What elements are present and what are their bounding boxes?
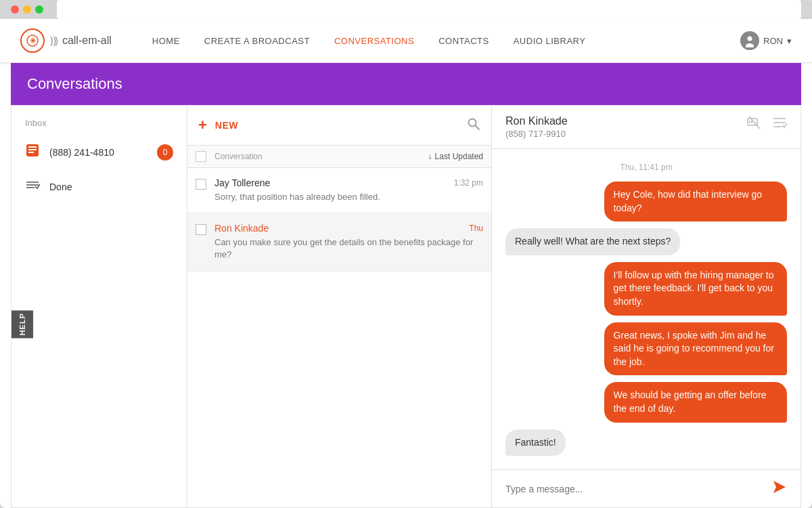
svg-line-13 [476, 125, 480, 129]
message-input-area [492, 469, 800, 507]
messages-area: Thu, 11:41 pm Hey Cole, how did that int… [492, 149, 800, 469]
conv-row-checkbox-ron[interactable] [196, 223, 215, 235]
sidebar: Inbox (888) 241-4810 0 [12, 106, 187, 507]
conv-name-jay: Jay Tollerene [215, 177, 270, 188]
msg-row-1: Hey Cole, how did that interview go toda… [505, 182, 787, 221]
msg-bubble-5: We should be getting an offer before the… [604, 382, 787, 422]
columns-area: Inbox (888) 241-4810 0 [11, 105, 801, 508]
browser-chrome [0, 0, 812, 19]
conv-row-checkbox-jay[interactable] [196, 177, 215, 190]
nav-create-broadcast[interactable]: CREATE A BROADCAST [204, 36, 310, 46]
conv-row-ron[interactable]: Ron Kinkade Thu Can you make sure you ge… [187, 213, 491, 271]
top-nav: ✳ ) )) call-em-all HOME CREATE A BROADCA… [0, 19, 812, 63]
svg-rect-6 [28, 146, 37, 148]
conv-body-ron: Ron Kinkade Thu Can you make sure you ge… [215, 223, 483, 261]
nav-home[interactable]: HOME [152, 36, 180, 46]
browser-dot-green [35, 5, 43, 14]
inbox-label: Inbox [12, 106, 187, 135]
sidebar-item-done[interactable]: Done [12, 169, 187, 204]
sidebar-item-phone[interactable]: (888) 241-4810 0 [12, 135, 187, 169]
user-avatar [740, 31, 759, 50]
chat-contact-phone: (858) 717-9910 [505, 129, 568, 139]
sidebar-done-text: Done [49, 182, 173, 192]
address-bar[interactable] [57, 0, 801, 19]
nav-user-menu[interactable]: RON ▾ [740, 31, 792, 50]
conversation-list-panel: + NEW Conve [187, 106, 492, 507]
last-updated-label: Last Updated [435, 152, 483, 161]
message-input[interactable] [505, 484, 765, 494]
chat-contact-info: Ron Kinkade (858) 717-9910 [505, 115, 568, 139]
search-button[interactable] [467, 117, 480, 134]
new-btn-plus-icon: + [198, 117, 207, 134]
msg-bubble-4: Great news, I spoke with Jim and he said… [604, 322, 787, 376]
conv-time-ron: Thu [469, 224, 483, 233]
svg-point-3 [748, 37, 752, 41]
svg-text:✳: ✳ [30, 37, 37, 45]
chat-header-actions [746, 115, 787, 133]
conv-row-jay[interactable]: Jay Tollerene 1:32 pm Sorry, that positi… [187, 168, 491, 213]
app-window: HELP ✳ ) )) call-em-all HOME CREATE A BR… [0, 0, 812, 508]
msg-timestamp: Thu, 11:41 pm [505, 163, 787, 172]
msg-row-2: Really well! What are the next steps? [505, 228, 787, 255]
conv-time-jay: 1:32 pm [454, 178, 483, 188]
msg-bubble-2: Really well! What are the next steps? [505, 228, 680, 255]
logo-area: ✳ ) )) call-em-all [20, 28, 112, 53]
conv-preview-ron: Can you make sure you get the details on… [215, 236, 483, 261]
phone-icon [25, 143, 40, 161]
help-tab[interactable]: HELP [12, 310, 33, 338]
msg-bubble-3: I'll follow up with the hiring manager t… [604, 262, 787, 316]
conv-name-ron: Ron Kinkade [215, 223, 269, 234]
done-icon [25, 177, 40, 196]
page-title: Conversations [27, 75, 122, 92]
nav-contacts[interactable]: CONTACTS [438, 36, 489, 46]
chat-contact-name: Ron Kinkade [505, 115, 568, 127]
logo-text: call-em-all [62, 35, 112, 47]
conv-preview-jay: Sorry, that position has already been fi… [215, 191, 483, 203]
sidebar-phone-text: (888) 241-4810 [49, 147, 148, 158]
conv-header-jay: Jay Tollerene 1:32 pm [215, 177, 483, 188]
chat-header: Ron Kinkade (858) 717-9910 [492, 106, 800, 149]
chat-panel: Ron Kinkade (858) 717-9910 [492, 106, 800, 507]
sort-arrow-icon: ↓ [428, 152, 432, 161]
svg-marker-21 [773, 481, 786, 493]
nav-links: HOME CREATE A BROADCAST CONVERSATIONS CO… [152, 36, 740, 46]
mute-button[interactable] [746, 115, 761, 133]
browser-dots [11, 5, 43, 14]
browser-dot-yellow [23, 5, 31, 14]
user-name-label: RON [763, 36, 783, 46]
user-dropdown-arrow: ▾ [787, 36, 792, 46]
page-body: Conversations Inbox [11, 63, 801, 508]
conv-body-jay: Jay Tollerene 1:32 pm Sorry, that positi… [215, 177, 483, 203]
app-body: HELP ✳ ) )) call-em-all HOME CREATE A BR… [0, 19, 812, 508]
msg-row-3: I'll follow up with the hiring manager t… [505, 262, 787, 316]
logo-icon: ✳ [20, 28, 45, 53]
msg-bubble-1: Hey Cole, how did that interview go toda… [604, 182, 787, 221]
msg-bubble-6: Fantastic! [505, 429, 566, 457]
msg-row-4: Great news, I spoke with Jim and he said… [505, 322, 787, 376]
svg-point-12 [469, 119, 476, 126]
msg-row-5: We should be getting an offer before the… [505, 382, 787, 422]
inbox-badge: 0 [157, 144, 173, 161]
conversation-column-label: Conversation [215, 152, 428, 161]
logo-waves: ) )) [50, 35, 57, 46]
send-button[interactable] [772, 480, 787, 498]
menu-button[interactable] [772, 115, 787, 133]
conv-table-header: Conversation ↓ Last Updated [187, 146, 491, 168]
browser-dot-red [11, 5, 19, 14]
svg-rect-8 [28, 152, 34, 153]
last-updated-sort[interactable]: ↓ Last Updated [428, 152, 483, 161]
select-all-checkbox[interactable] [196, 151, 215, 162]
nav-audio-library[interactable]: AUDIO LIBRARY [514, 36, 586, 46]
svg-rect-7 [28, 149, 37, 150]
nav-conversations[interactable]: CONVERSATIONS [334, 36, 414, 46]
page-header: Conversations [11, 63, 801, 105]
conv-header-ron: Ron Kinkade Thu [215, 223, 483, 234]
new-conversation-button[interactable]: NEW [215, 120, 238, 131]
msg-row-6: Fantastic! [505, 429, 787, 457]
conv-list-header: + NEW [187, 106, 491, 146]
